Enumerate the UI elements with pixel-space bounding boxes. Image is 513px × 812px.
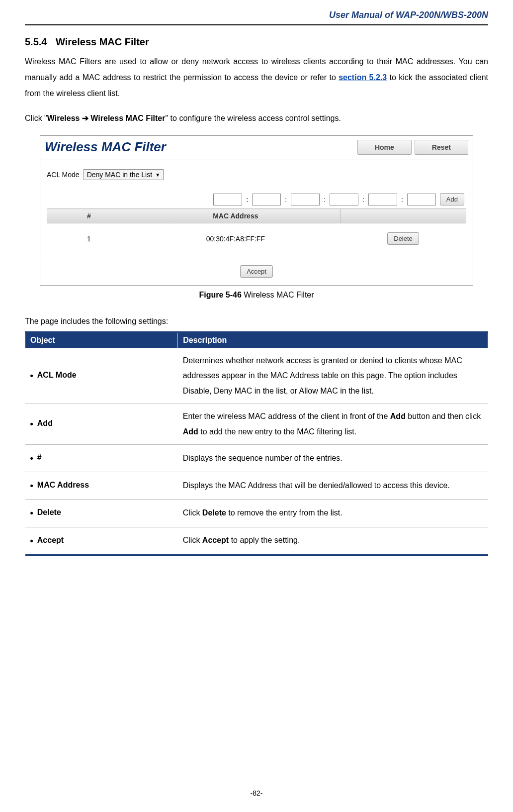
acl-mode-label: ACL Mode — [47, 171, 80, 179]
bullet-icon: • — [30, 453, 33, 463]
settings-description-text: Delete — [202, 508, 226, 517]
screenshot-title: Wireless MAC Filter — [45, 139, 166, 155]
settings-row: •#Displays the sequence number of the en… — [25, 444, 488, 472]
accept-button[interactable]: Accept — [240, 265, 273, 278]
settings-description-text: Add — [390, 412, 406, 420]
settings-object-label: ACL Mode — [37, 371, 77, 380]
accept-row: Accept — [47, 259, 466, 278]
settings-object-label: MAC Address — [37, 481, 89, 489]
settings-object-label: Delete — [37, 508, 61, 517]
section-link[interactable]: section 5.2.3 — [339, 73, 387, 82]
settings-row: •AcceptClick Accept to apply the setting… — [25, 527, 488, 555]
page-footer: -82- — [0, 789, 513, 797]
section-title-text: Wireless MAC Filter — [56, 36, 149, 47]
colon-separator: : — [359, 196, 367, 203]
settings-description-text: Accept — [202, 536, 229, 544]
settings-description-text: Enter the wireless MAC address of the cl… — [183, 412, 390, 420]
settings-object-cell: •Add — [25, 404, 178, 445]
bullet-icon: • — [30, 481, 33, 491]
mac-octet-6-input[interactable] — [407, 194, 436, 205]
settings-row: •DeleteClick Delete to remove the entry … — [25, 500, 488, 527]
mac-octet-3-input[interactable] — [291, 194, 320, 205]
bullet-icon: • — [30, 536, 33, 546]
settings-description-text: Displays the MAC Address that will be de… — [183, 481, 450, 490]
settings-row: •MAC AddressDisplays the MAC Address tha… — [25, 472, 488, 500]
figure-label: Figure 5-46 — [199, 291, 241, 299]
mac-octet-2-input[interactable] — [252, 194, 281, 205]
settings-description-text: Add — [183, 427, 198, 436]
bullet-icon: • — [30, 508, 33, 518]
acl-mode-value: Deny MAC in the List — [87, 171, 153, 179]
settings-description-cell: Displays the sequence number of the entr… — [178, 444, 488, 472]
colon-separator: : — [243, 196, 251, 203]
settings-row: •AddEnter the wireless MAC address of th… — [25, 404, 488, 445]
settings-description-cell: Determines whether network access is gra… — [178, 348, 488, 404]
settings-header-object: Object — [25, 332, 178, 348]
figure-text: Wireless MAC Filter — [242, 291, 314, 299]
table-row: 1 00:30:4F:A8:FF:FF Delete — [47, 223, 466, 254]
screenshot-body: ACL Mode Deny MAC in the List ▼ : : : : … — [42, 160, 471, 284]
col-header-action — [341, 209, 466, 223]
settings-object-cell: •ACL Mode — [25, 348, 178, 404]
settings-description-text: to add the new entry to the MAC filterin… — [198, 427, 356, 436]
col-header-number: # — [47, 209, 131, 223]
settings-description-cell: Click Accept to apply the setting. — [178, 527, 488, 555]
row-action: Delete — [341, 223, 466, 254]
row-number: 1 — [47, 223, 131, 254]
click-instruction: Click "Wireless ➔ Wireless MAC Filter" t… — [25, 110, 488, 126]
mac-filter-table: # MAC Address 1 00:30:4F:A8:FF:FF Delete — [47, 208, 466, 254]
header-divider — [25, 24, 488, 25]
mac-octet-5-input[interactable] — [368, 194, 397, 205]
colon-separator: : — [321, 196, 329, 203]
settings-description-text: to apply the setting. — [229, 536, 300, 544]
click-bold1: Wireless — [47, 114, 82, 122]
click-bold2: Wireless MAC Filter — [88, 114, 166, 122]
settings-description-cell: Enter the wireless MAC address of the cl… — [178, 404, 488, 445]
doc-header: User Manual of WAP-200N/WBS-200N — [25, 0, 488, 24]
settings-object-label: Accept — [37, 536, 64, 544]
mac-input-row: : : : : : Add — [47, 193, 466, 205]
section-heading: 5.5.4 Wireless MAC Filter — [25, 36, 488, 48]
screenshot-container: Wireless MAC Filter Home Reset ACL Mode … — [40, 135, 473, 286]
settings-intro: The page includes the following settings… — [25, 313, 488, 329]
settings-header-description: Description — [178, 332, 488, 348]
settings-object-label: Add — [37, 419, 53, 428]
delete-button[interactable]: Delete — [387, 232, 419, 245]
screenshot-header-buttons: Home Reset — [357, 140, 468, 155]
settings-description-cell: Displays the MAC Address that will be de… — [178, 472, 488, 500]
home-button[interactable]: Home — [357, 140, 412, 155]
settings-description-text: Determines whether network access is gra… — [183, 356, 462, 395]
acl-mode-row: ACL Mode Deny MAC in the List ▼ — [47, 169, 466, 180]
section-number: 5.5.4 — [25, 36, 47, 47]
row-mac: 00:30:4F:A8:FF:FF — [131, 223, 341, 254]
figure-caption: Figure 5-46 Wireless MAC Filter — [25, 291, 488, 300]
settings-description-text: button and then click — [406, 412, 481, 420]
settings-object-cell: •MAC Address — [25, 472, 178, 500]
settings-description-text: to remove the entry from the list. — [226, 508, 342, 517]
intro-paragraph: Wireless MAC Filters are used to allow o… — [25, 54, 488, 102]
settings-description-text: Click — [183, 508, 202, 517]
settings-object-cell: •Accept — [25, 527, 178, 555]
settings-object-cell: •# — [25, 444, 178, 472]
click-prefix: Click " — [25, 114, 47, 122]
bullet-icon: • — [30, 419, 33, 429]
acl-mode-select[interactable]: Deny MAC in the List ▼ — [84, 169, 164, 180]
settings-row: •ACL ModeDetermines whether network acce… — [25, 348, 488, 404]
arrow-icon: ➔ — [82, 114, 88, 122]
settings-table: Object Description •ACL ModeDetermines w… — [25, 331, 488, 556]
settings-description-cell: Click Delete to remove the entry from th… — [178, 500, 488, 527]
col-header-mac: MAC Address — [131, 209, 341, 223]
colon-separator: : — [398, 196, 406, 203]
reset-button[interactable]: Reset — [415, 140, 468, 155]
colon-separator: : — [282, 196, 290, 203]
add-button[interactable]: Add — [440, 193, 464, 205]
screenshot-header: Wireless MAC Filter Home Reset — [42, 137, 471, 160]
settings-object-label: # — [37, 453, 42, 462]
bullet-icon: • — [30, 371, 33, 381]
settings-description-text: Click — [183, 536, 202, 544]
mac-octet-4-input[interactable] — [330, 194, 358, 205]
mac-octet-1-input[interactable] — [213, 194, 242, 205]
click-suffix: " to configure the wireless access contr… — [165, 114, 341, 122]
settings-description-text: Displays the sequence number of the entr… — [183, 454, 342, 462]
settings-object-cell: •Delete — [25, 500, 178, 527]
